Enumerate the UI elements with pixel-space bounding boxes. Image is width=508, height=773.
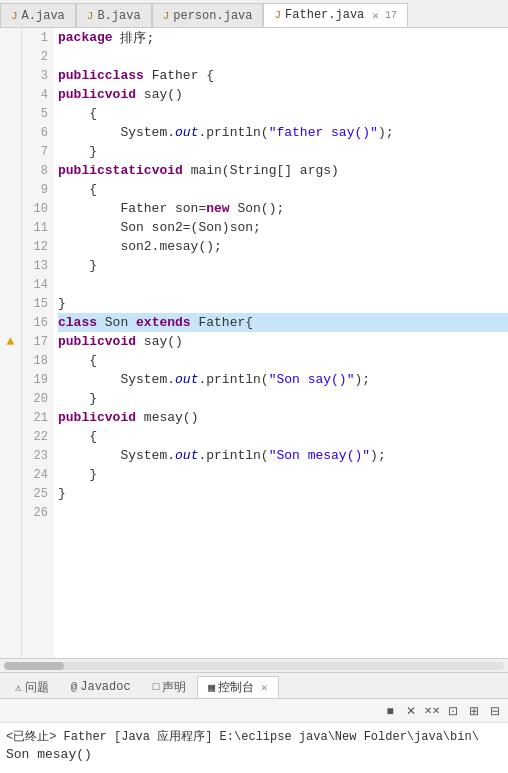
panel-tab-console-close[interactable]: ✕: [261, 681, 268, 694]
code-line-10: Father son=new Son();: [58, 199, 508, 218]
toolbar-stop-btn[interactable]: ■: [381, 702, 399, 720]
panel-tab-javadoc[interactable]: @ Javadoc: [60, 676, 142, 698]
gutter-20: [0, 389, 21, 408]
gutter-10: [0, 199, 21, 218]
ln-4: 4: [22, 85, 48, 104]
code-line-6: System.out.println("father say()");: [58, 123, 508, 142]
ln-13: 13: [22, 256, 48, 275]
panel-tab-javadoc-label: Javadoc: [80, 680, 130, 694]
ln-5: 5: [22, 104, 48, 123]
ln-23: 23: [22, 446, 48, 465]
gutter-13: [0, 256, 21, 275]
code-line-3: public class Father {: [58, 66, 508, 85]
code-line-9: {: [58, 180, 508, 199]
console-output-text: Son mesay(): [6, 747, 92, 762]
editor-gutter: ▲: [0, 28, 22, 658]
code-line-18: {: [58, 351, 508, 370]
gutter-17: ▲: [0, 332, 21, 351]
console-output-line: Son mesay(): [6, 745, 502, 763]
ln-11: 11: [22, 218, 48, 237]
code-line-11: Son son2=(Son)son;: [58, 218, 508, 237]
gutter-7: [0, 142, 21, 161]
line-numbers: 1 2 3 4 5 6 7 8 9 10 11 12 13 14 15 16 1…: [22, 28, 54, 658]
code-line-22: {: [58, 427, 508, 446]
code-line-24: }: [58, 465, 508, 484]
gutter-8: [0, 161, 21, 180]
panel-tab-bar: ⚠ 问题 @ Javadoc □ 声明 ▦ 控制台 ✕: [0, 673, 508, 699]
problems-icon: ⚠: [15, 681, 22, 694]
code-line-2: [58, 47, 508, 66]
ln-24: 24: [22, 465, 48, 484]
console-terminated-text: <已终止> Father [Java 应用程序] E:\eclipse java…: [6, 728, 479, 745]
panel-tab-problems[interactable]: ⚠ 问题: [4, 676, 60, 698]
ln-10: 10: [22, 199, 48, 218]
toolbar-remove-btn[interactable]: ✕✕: [423, 702, 441, 720]
ln-22: 22: [22, 427, 48, 446]
code-line-12: son2.mesay();: [58, 237, 508, 256]
ln-8: 8: [22, 161, 48, 180]
gutter-19: [0, 370, 21, 389]
console-output: <已终止> Father [Java 应用程序] E:\eclipse java…: [0, 723, 508, 773]
gutter-11: [0, 218, 21, 237]
tab-label-b: B.java: [97, 9, 140, 23]
code-line-5: {: [58, 104, 508, 123]
ln-18: 18: [22, 351, 48, 370]
gutter-12: [0, 237, 21, 256]
gutter-25: [0, 484, 21, 503]
ln-3: 3: [22, 66, 48, 85]
ln-9: 9: [22, 180, 48, 199]
scroll-thumb[interactable]: [4, 662, 64, 670]
scroll-track[interactable]: [4, 662, 504, 670]
tab-badge-father: 17: [385, 10, 397, 21]
ln-2: 2: [22, 47, 48, 66]
tab-father-java[interactable]: J Father.java ✕ 17: [263, 3, 407, 27]
code-line-21: public void mesay(): [58, 408, 508, 427]
tab-icon-father: J: [274, 9, 281, 21]
panel-toolbar: ■ ✕ ✕✕ ⊡ ⊞ ⊟: [0, 699, 508, 723]
tab-bar: J A.java J B.java J person.java J Father…: [0, 0, 508, 28]
gutter-15: [0, 294, 21, 313]
code-line-23: System.out.println("Son mesay()");: [58, 446, 508, 465]
code-area[interactable]: package 排序; public class Father { public…: [54, 28, 508, 658]
ln-12: 12: [22, 237, 48, 256]
panel-tab-problems-label: 问题: [25, 679, 49, 696]
console-terminated-line: <已终止> Father [Java 应用程序] E:\eclipse java…: [6, 727, 502, 745]
code-line-13: }: [58, 256, 508, 275]
toolbar-expand-btn[interactable]: ⊞: [465, 702, 483, 720]
code-line-19: System.out.println("Son say()");: [58, 370, 508, 389]
toolbar-clear-btn[interactable]: ✕: [402, 702, 420, 720]
toolbar-pin-btn[interactable]: ⊡: [444, 702, 462, 720]
ln-1: 1: [22, 28, 48, 47]
gutter-2: [0, 47, 21, 66]
tab-close-father[interactable]: ✕: [372, 9, 379, 22]
panel-tab-declaration[interactable]: □ 声明: [142, 676, 198, 698]
tab-label-person: person.java: [173, 9, 252, 23]
gutter-4: [0, 85, 21, 104]
tab-icon-b: J: [87, 10, 94, 22]
code-line-7: }: [58, 142, 508, 161]
ln-7: 7: [22, 142, 48, 161]
console-icon: ▦: [208, 681, 215, 694]
declaration-icon: □: [153, 681, 160, 693]
gutter-23: [0, 446, 21, 465]
code-line-14: [58, 275, 508, 294]
gutter-9: [0, 180, 21, 199]
toolbar-collapse-btn[interactable]: ⊟: [486, 702, 504, 720]
horizontal-scrollbar[interactable]: [0, 658, 508, 672]
tab-icon-a: J: [11, 10, 18, 22]
panel-tab-declaration-label: 声明: [162, 679, 186, 696]
code-line-17: public void say(): [58, 332, 508, 351]
gutter-21: [0, 408, 21, 427]
tab-a-java[interactable]: J A.java: [0, 3, 76, 27]
tab-b-java[interactable]: J B.java: [76, 3, 152, 27]
panel-tab-console[interactable]: ▦ 控制台 ✕: [197, 676, 278, 698]
ln-26: 26: [22, 503, 48, 522]
tab-person-java[interactable]: J person.java: [152, 3, 264, 27]
code-line-26: [58, 503, 508, 522]
gutter-16: [0, 313, 21, 332]
code-line-8: public static void main(String[] args): [58, 161, 508, 180]
gutter-1: [0, 28, 21, 47]
code-line-16: class Son extends Father{: [58, 313, 508, 332]
ln-14: 14: [22, 275, 48, 294]
ln-15: 15: [22, 294, 48, 313]
